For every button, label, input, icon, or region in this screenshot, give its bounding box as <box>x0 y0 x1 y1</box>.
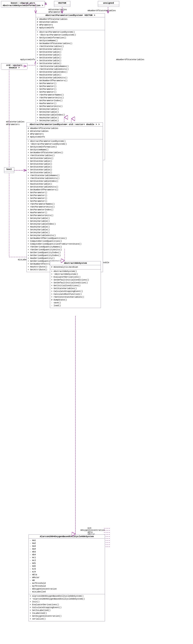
field-item: - mMstar <box>30 576 104 579</box>
field-item: # mpSystemInfo <box>37 26 104 29</box>
method-item: + SetStateVariable() <box>37 59 104 62</box>
method-item: + HasAnyVariable() <box>28 226 102 228</box>
svg-text:mParameters: mParameters <box>6 124 19 126</box>
field-item: - mJ4 <box>30 570 104 574</box>
method-item: + ComputeDerivedQuantities() <box>28 240 102 243</box>
method-item: + IsLabelled() <box>30 612 104 615</box>
method-item: + GetParameter() <box>28 194 102 197</box>
method-item: + SetDefaultInitialConditions() <box>51 279 100 282</box>
method-item: + rGetStateVariableNames() <box>28 174 102 177</box>
svg-text:mNumberOfStateVariables: mNumberOfStateVariables <box>116 58 144 61</box>
method-item: + GetInitialConditions() <box>51 284 100 287</box>
method-item: + AbstractParameterisedSystem() <box>28 140 102 143</box>
method-item: + SetDefaultInitialCondition() <box>51 282 100 284</box>
diagram-container: mpSystemInfo mStateVariables mParameters… <box>0 0 193 644</box>
method-item: + GetStateVariableUnits() <box>37 76 104 79</box>
method-item: + CalculateRootFunction() <box>51 293 100 296</box>
field-item: - mc1 <box>30 556 104 559</box>
method-item: + rGetStateVariableUnits() <box>28 177 102 180</box>
field-item: - mb3 <box>30 550 104 554</box>
method-item: # DumpState() <box>51 299 100 302</box>
method-item: + rGetDerivedQuantityNames() <box>28 246 102 248</box>
svg-text:mStateVariables: mStateVariables <box>6 121 24 123</box>
field-item: - mOxygenConcentration <box>30 588 104 590</box>
method-item: + GetAnyVariableIndex() <box>37 114 104 116</box>
abstract-ode-system-title: AbstractOdeSystem <box>50 261 101 265</box>
svg-text:mStateVariables: mStateVariables <box>48 8 67 11</box>
unsigned-box: unsigned <box>98 1 119 7</box>
method-item: + HasParameter() <box>37 102 104 105</box>
field-item: - ma2 <box>30 542 104 545</box>
method-item: + GetStateVariable() <box>28 160 102 163</box>
method-item: + SetParameter() <box>28 200 102 203</box>
method-item: + GetStateVariable() <box>28 166 102 168</box>
method-item: + GetStateVariable() <box>37 54 104 56</box>
method-item: + CalculateStoppingEvent() <box>30 606 104 609</box>
method-item: + GetNumberOfStateVariables() <box>37 42 104 45</box>
abstract-parameterised-std-vector-methods: + AbstractParameterisedSystem() + ~Abstr… <box>27 139 103 272</box>
method-item: + ~AbstractParameterisedSystem() <box>37 34 104 36</box>
method-item: + SetStateVariables() <box>51 287 100 290</box>
vector-title: VECTOR <box>54 1 70 5</box>
method-item: + ~AbstractOdeSystem() <box>51 273 100 276</box>
method-item: + GetNumberOfStateVariables() <box>28 151 102 154</box>
abstract-ode-system-methods: + AbstractOdeSystem() + ~AbstractOdeSyst… <box>50 270 101 308</box>
abstract-ode-system-fields: # mUseAnalyticJacobian <box>50 265 101 270</box>
method-item: + SetStateVariable() <box>37 62 104 65</box>
field-item: - ma4 <box>30 548 104 550</box>
svg-text:mEta: mEta <box>88 531 93 534</box>
method-item: + rGetStateVariableUnits() <box>37 68 104 71</box>
method-item: + GetStateVariables() <box>28 157 102 160</box>
field-item: - mc2 <box>30 559 104 562</box>
method-item: + rGetParameterUnits() <box>28 206 102 208</box>
field-item: # mStateVariables <box>37 21 104 24</box>
std-vector-double-box: std::vector< double > <box>1 63 27 69</box>
field-item: - mEta <box>30 574 104 576</box>
method-item: - save() <box>51 302 100 304</box>
method-item: + rGetStateVariableNames() <box>37 65 104 68</box>
method-item: + GetStateVariable() <box>37 51 104 54</box>
method-item: + HasStateVariable() <box>28 183 102 186</box>
field-item: - md1 <box>30 562 104 565</box>
method-item: - load() <box>51 304 100 307</box>
method-item: + rGetDerivedQuantityUnits() <box>28 248 102 251</box>
svg-text:mNumberOfStateVariables: mNumberOfStateVariables <box>88 10 116 12</box>
bool-box: bool <box>4 167 14 173</box>
alarcon-zoo-fields: - ma1 - ma2 - ma3 - ma4 - mb3 - mb4 - mc… <box>29 538 105 594</box>
method-item: + ComputeDerivedQuantitiesFromCurrentSta… <box>28 243 102 246</box>
method-item: + GetAnyVariable() <box>28 217 102 220</box>
svg-text:double: double <box>102 262 109 264</box>
method-item: + GetNumberOfDerivedQuantities() <box>28 237 102 240</box>
method-item: + GetDerivedQuantityIndex() <box>28 254 102 257</box>
method-item: + GetDerivedQuantityIndex() <box>28 251 102 254</box>
svg-text:mpSystemInfo: mpSystemInfo <box>20 58 35 61</box>
method-item: + GetParameter() <box>37 85 104 88</box>
method-item: + HasAnyVariable() <box>37 116 104 119</box>
method-item: + SetIsLabelled() <box>30 609 104 612</box>
abstract-parameterised-vector-title: AbstractParameterisedSystem< VECTOR > <box>36 14 105 17</box>
method-item: + rGetStateVariables() <box>28 154 102 157</box>
method-item: + Alarcon2004OxygenBasedCellCycleOdeSyst… <box>30 595 104 598</box>
method-item: + GetParameterIndex() <box>37 99 104 102</box>
alarcon-zoo-box: Alarcon2004OxygenBasedCellCycleOdeSystem… <box>28 534 105 621</box>
method-item: + SetParameter() <box>37 88 104 91</box>
alarcon-zoo-methods: + Alarcon2004OxygenBasedCellCycleOdeSyst… <box>29 594 105 621</box>
boost-shared-ptr-title: boost::shared_ptr< AbstractOdeSystemInfo… <box>1 1 45 8</box>
method-item: + GetParameter() <box>37 82 104 85</box>
method-item: + GetAnyVariableIndex() <box>28 223 102 226</box>
method-item: + GetParameter() <box>28 191 102 194</box>
method-item: + CalculateStoppingEvent() <box>51 290 100 293</box>
method-item: + SetStateVariable() <box>28 168 102 171</box>
method-item: + EvaluateYDerivatives() <box>51 276 100 279</box>
abstract-parameterised-vector-fields: # mNumberOfStateVariables # mStateVariab… <box>36 17 105 30</box>
field-item: # mParameters <box>28 133 102 136</box>
method-item: + GetOxygenConcentration() <box>30 615 104 618</box>
method-item: + GetParameterIndex() <box>28 208 102 211</box>
svg-text:mJ3: mJ3 <box>88 527 91 529</box>
vector-box: VECTOR <box>54 1 70 7</box>
method-item: + rGetParameterUnits() <box>37 96 104 99</box>
method-item: + GetAnyVariableUnits() <box>28 234 102 237</box>
method-item: + ~Alarcon2004OxygenBasedCellCycleOdeSys… <box>30 598 104 600</box>
abstract-parameterised-std-vector-title: AbstractParameterisedSystem< std::vector… <box>27 122 103 126</box>
method-item: + GetStateVariableIndex() <box>28 180 102 183</box>
